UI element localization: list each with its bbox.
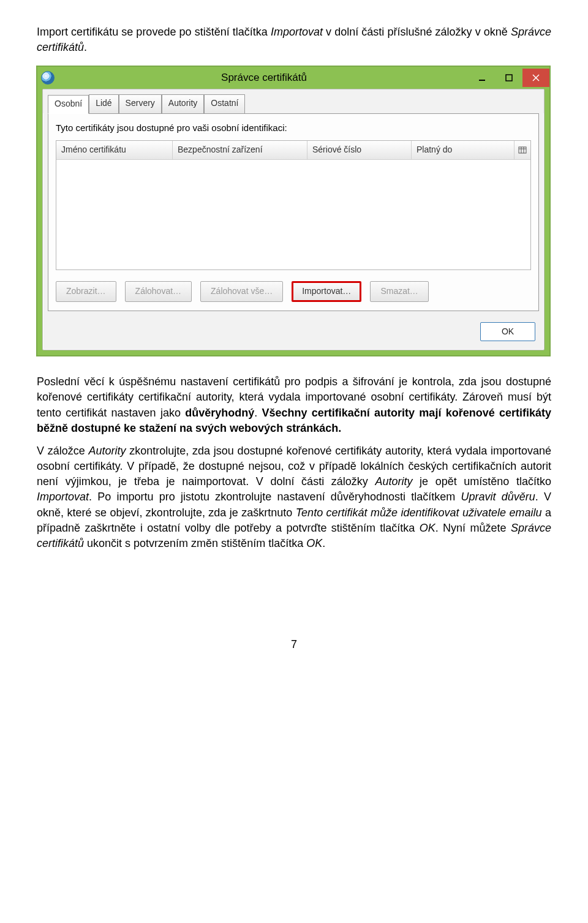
text-italic: Tento certifikát může identifikovat uživ…	[296, 507, 542, 519]
window-controls	[469, 69, 549, 87]
svg-rect-4	[519, 147, 526, 153]
tab-servery[interactable]: Servery	[119, 94, 162, 113]
text-italic: Autority	[89, 445, 126, 457]
text: v dolní části příslušné záložky v okně	[323, 26, 511, 38]
col-device[interactable]: Bezpečnostní zařízení	[173, 141, 307, 159]
import-button[interactable]: Importovat…	[292, 281, 361, 302]
tab-strip: Osobní Lidé Servery Autority Ostatní	[43, 89, 544, 113]
window-body: Osobní Lidé Servery Autority Ostatní Tyt…	[42, 89, 545, 350]
maximize-button[interactable]	[496, 69, 522, 87]
text-italic: Importovat	[37, 491, 89, 503]
app-icon	[41, 71, 55, 85]
text: .	[322, 537, 325, 549]
text: . Po importu pro jistotu zkontrolujte na…	[89, 491, 461, 503]
tab-osobni[interactable]: Osobní	[48, 95, 89, 114]
column-picker-button[interactable]	[514, 141, 530, 159]
text: .	[254, 407, 262, 419]
text-italic: Upravit důvěru	[461, 491, 535, 503]
list-header: Jméno certifikátu Bezpečnostní zařízení …	[56, 141, 530, 160]
panel-description: Tyto certifikáty jsou dostupné pro vaši …	[56, 121, 531, 134]
col-valid[interactable]: Platný do	[412, 141, 514, 159]
text: . Nyní můžete	[435, 522, 511, 534]
text: Import certifikátu se provede po stištěn…	[37, 26, 271, 38]
paragraph-3: V záložce Autority zkontrolujte, zda jso…	[37, 443, 551, 551]
text-bold: důvěryhodný	[185, 407, 254, 419]
text-italic: Autority	[375, 475, 412, 488]
delete-button[interactable]: Smazat…	[370, 281, 428, 302]
ok-button[interactable]: OK	[480, 322, 535, 342]
certificate-list[interactable]: Jméno certifikátu Bezpečnostní zařízení …	[56, 140, 531, 270]
cert-manager-window: Správce certifikátů Osobní Lidé Servery …	[37, 66, 550, 356]
tab-panel: Tyto certifikáty jsou dostupné pro vaši …	[48, 113, 539, 311]
close-icon	[532, 74, 540, 81]
svg-rect-1	[506, 75, 512, 81]
titlebar: Správce certifikátů	[37, 67, 549, 89]
dialog-footer: OK	[43, 316, 544, 350]
backup-all-button[interactable]: Zálohovat vše…	[200, 281, 283, 302]
minimize-button[interactable]	[469, 69, 496, 87]
text-italic: OK	[420, 522, 435, 534]
page-number: 7	[37, 637, 551, 652]
window-title: Správce certifikátů	[59, 70, 469, 85]
text: .	[84, 41, 87, 53]
intro-paragraph: Import certifikátu se provede po stištěn…	[37, 24, 551, 55]
view-button[interactable]: Zobrazit…	[56, 281, 116, 302]
tab-autority[interactable]: Autority	[162, 94, 204, 113]
close-button[interactable]	[522, 69, 549, 87]
text: V záložce	[37, 445, 89, 457]
text-italic: Importovat	[271, 26, 323, 38]
minimize-icon	[478, 74, 486, 81]
col-serial[interactable]: Sériové číslo	[307, 141, 412, 159]
text: ukončit s potvrzením změn stištěním tlač…	[84, 537, 306, 549]
column-picker-icon	[518, 146, 527, 154]
paragraph-2: Poslední věcí k úspěšnému nastavení cert…	[37, 374, 551, 436]
action-buttons: Zobrazit… Zálohovat… Zálohovat vše… Impo…	[56, 281, 531, 302]
text: je opět umístěno tlačítko	[412, 475, 551, 488]
col-name[interactable]: Jméno certifikátu	[56, 141, 173, 159]
backup-button[interactable]: Zálohovat…	[125, 281, 192, 302]
tab-lide[interactable]: Lidé	[89, 94, 118, 113]
text-italic: OK	[306, 537, 322, 549]
tab-ostatni[interactable]: Ostatní	[204, 94, 245, 113]
maximize-icon	[505, 74, 513, 81]
